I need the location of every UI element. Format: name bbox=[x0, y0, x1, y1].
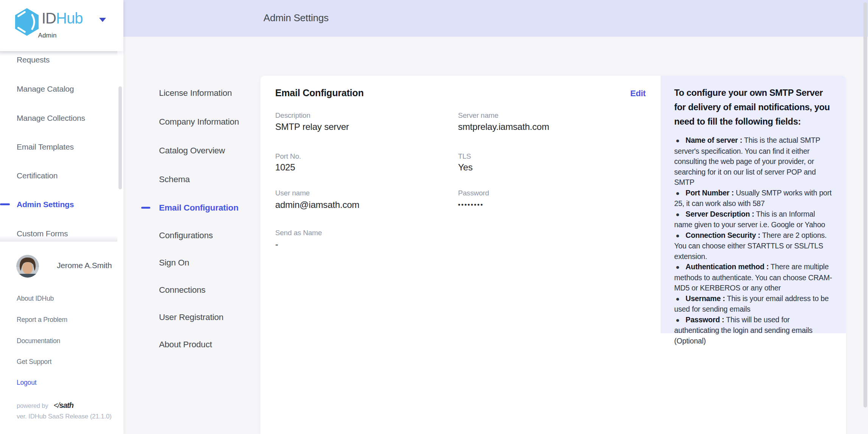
sidebar-item-admin-settings[interactable]: Admin Settings bbox=[17, 200, 74, 209]
page-title: Admin Settings bbox=[263, 12, 329, 24]
link-documentation[interactable]: Documentation bbox=[17, 337, 60, 345]
tab-license-information[interactable]: License Information bbox=[159, 88, 232, 98]
help-bullet-name-of-server: ●Name of server : This is the actual SMT… bbox=[674, 135, 832, 188]
sidebar-item-manage-collections[interactable]: Manage Collections bbox=[17, 113, 85, 123]
powered-by-row: powered by </sath bbox=[17, 401, 73, 409]
tab-about-product[interactable]: About Product bbox=[159, 339, 212, 350]
field-value-server-name: smtprelay.iamsath.com bbox=[458, 121, 549, 133]
page-header: Admin Settings bbox=[123, 0, 868, 37]
sidebar-item-manage-catalog[interactable]: Manage Catalog bbox=[17, 84, 74, 94]
field-label-user-name: User name bbox=[275, 189, 310, 198]
link-logout[interactable]: Logout bbox=[17, 378, 36, 387]
active-tab-indicator bbox=[141, 207, 150, 209]
bullet-dot-icon: ● bbox=[674, 317, 686, 324]
admin-settings-page: Admin Settings IDHub Admin Requests Mana… bbox=[0, 0, 868, 434]
tab-user-registration[interactable]: User Registration bbox=[159, 312, 223, 323]
bullet-dot-icon: ● bbox=[674, 137, 686, 144]
smtp-help-panel: To configure your own SMTP Server for de… bbox=[661, 76, 846, 333]
field-label-port: Port No. bbox=[275, 152, 301, 161]
sath-logo-mark: </ bbox=[54, 401, 59, 409]
tab-configurations[interactable]: Configurations bbox=[159, 230, 213, 241]
field-value-port: 1025 bbox=[275, 162, 295, 173]
sidebar-item-certification[interactable]: Certification bbox=[17, 171, 58, 181]
nav-scroll-shadow-top bbox=[0, 51, 117, 56]
help-heading: To configure your own SMTP Server for de… bbox=[674, 86, 832, 129]
tab-email-configuration[interactable]: Email Configuration bbox=[159, 203, 238, 213]
field-label-tls: TLS bbox=[458, 152, 471, 161]
link-about-idhub[interactable]: About IDHub bbox=[17, 294, 54, 303]
help-bullet-port-number: ●Port Number : Usually SMTP works with p… bbox=[674, 188, 832, 209]
bullet-dot-icon: ● bbox=[674, 190, 686, 197]
help-bullet-password: ●Password : This will be used for authen… bbox=[674, 315, 832, 347]
field-value-description: SMTP relay server bbox=[275, 121, 349, 133]
sath-logo: </sath bbox=[54, 401, 73, 409]
bullet-dot-icon: ● bbox=[674, 295, 686, 303]
link-get-support[interactable]: Get Support bbox=[17, 358, 51, 366]
field-label-send-as-name: Send as Name bbox=[275, 228, 322, 237]
field-label-password: Password bbox=[458, 189, 489, 198]
brand-subtitle: Admin bbox=[36, 32, 58, 39]
caret-down-icon[interactable] bbox=[99, 18, 106, 22]
nav-scroll-shadow-bottom bbox=[0, 236, 117, 242]
field-label-description: Description bbox=[275, 111, 310, 120]
version-text: ver. IDHub SaaS Release (21.1.0) bbox=[17, 413, 112, 420]
bullet-dot-icon: ● bbox=[674, 211, 686, 218]
sidebar-item-requests[interactable]: Requests bbox=[17, 55, 50, 65]
brand-area: IDHub Admin bbox=[0, 0, 123, 51]
sidebar-item-email-templates[interactable]: Email Templates bbox=[17, 142, 74, 152]
card-title: Email Configuration bbox=[275, 87, 364, 99]
password-masked-value: •••••••• bbox=[458, 199, 484, 211]
user-name: Jerome A.Smith bbox=[57, 261, 112, 270]
help-bullet-list: ●Name of server : This is the actual SMT… bbox=[674, 135, 832, 346]
tab-company-information[interactable]: Company Information bbox=[159, 117, 239, 127]
brand-id-text: ID bbox=[42, 10, 56, 27]
powered-by-label: powered by bbox=[17, 402, 48, 409]
field-label-server-name: Server name bbox=[458, 111, 499, 120]
tab-catalog-overview[interactable]: Catalog Overview bbox=[159, 145, 225, 156]
field-value-send-as-name: - bbox=[275, 239, 278, 250]
email-configuration-card: Email Configuration Edit Description SMT… bbox=[260, 76, 846, 434]
sidebar-scrollbar[interactable] bbox=[118, 86, 122, 189]
brand-hub-text: Hub bbox=[56, 10, 83, 27]
field-value-user-name: admin@iamsath.com bbox=[275, 199, 359, 211]
tab-sign-on[interactable]: Sign On bbox=[159, 258, 189, 268]
tab-connections[interactable]: Connections bbox=[159, 285, 206, 295]
link-report-problem[interactable]: Report a Problem bbox=[17, 315, 67, 324]
bullet-dot-icon: ● bbox=[674, 264, 686, 271]
avatar bbox=[16, 255, 39, 278]
field-value-tls: Yes bbox=[458, 162, 473, 173]
help-bullet-username: ●Username : This is your email address t… bbox=[674, 293, 832, 315]
sath-logo-text: sath bbox=[59, 401, 73, 409]
help-bullet-server-description: ●Server Description : This is an Informa… bbox=[674, 209, 832, 230]
help-bullet-connection-security: ●Connection Security : There are 2 optio… bbox=[674, 230, 832, 262]
page-scrollbar[interactable] bbox=[863, 2, 867, 407]
help-bullet-authentication-method: ●Authentication method : There are multi… bbox=[674, 262, 832, 293]
edit-button[interactable]: Edit bbox=[630, 89, 646, 98]
sidebar: IDHub Admin Requests Manage Catalog Mana… bbox=[0, 0, 123, 434]
tab-schema[interactable]: Schema bbox=[159, 174, 190, 185]
brand-wordmark: IDHub bbox=[42, 10, 83, 27]
bullet-dot-icon: ● bbox=[674, 232, 686, 239]
active-item-indicator bbox=[0, 203, 10, 205]
